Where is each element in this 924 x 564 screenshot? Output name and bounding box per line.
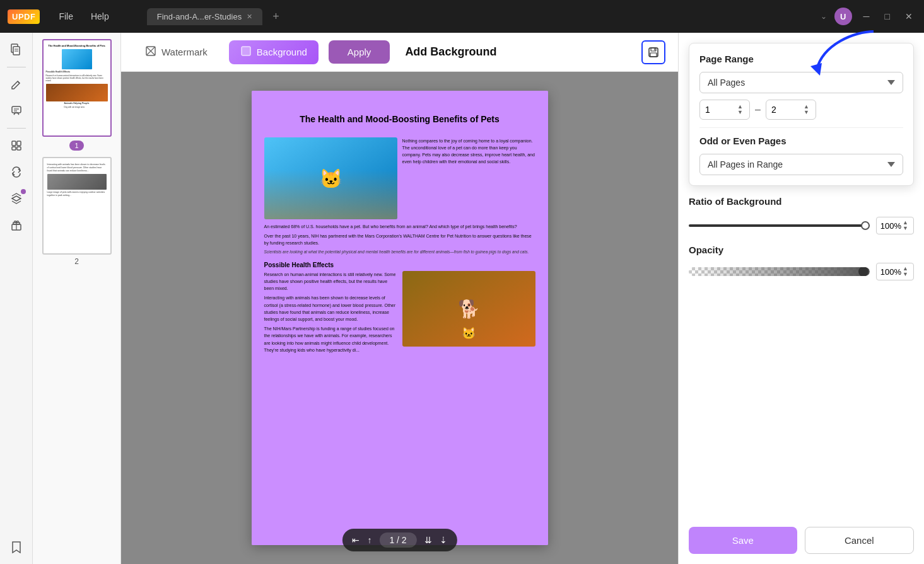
sidebar-divider-2 xyxy=(7,128,26,129)
chevron-down-icon[interactable]: ⌄ xyxy=(821,12,827,21)
minimize-icon[interactable]: ─ xyxy=(860,11,874,21)
ratio-slider-row: 100% ▲ ▼ xyxy=(689,217,914,234)
pdf-body-3: Over the past 10 years, NIH has partnere… xyxy=(264,233,535,246)
thumb-img-1: The Health and Mood-Boosting Benefits of… xyxy=(42,39,112,137)
opacity-slider-row: 100% ▲ ▼ xyxy=(689,263,914,280)
page-range-select[interactable]: All PagesCustom RangeCurrent Page xyxy=(699,72,903,93)
sidebar-icon-convert[interactable] xyxy=(4,160,28,184)
sidebar-icon-edit[interactable] xyxy=(4,72,28,96)
odd-even-title: Odd or Even Pages xyxy=(699,135,903,146)
pdf-body-2: An estimated 68% of U.S. households have… xyxy=(264,223,535,230)
right-panel: Page Range All PagesCustom RangeCurrent … xyxy=(678,33,924,564)
sidebar-icon-bookmark[interactable] xyxy=(4,535,28,559)
svg-rect-17 xyxy=(242,47,250,55)
avatar[interactable]: U xyxy=(834,8,852,25)
sidebar-divider-1 xyxy=(7,67,26,67)
thumb-img-2: Interacting with animals has been shown … xyxy=(42,157,112,255)
titlebar: UPDF File Help Find-and-A...er-Studies ✕… xyxy=(0,0,924,33)
cancel-button[interactable]: Cancel xyxy=(805,527,915,554)
pdf-health-1: Research on human-animal interactions is… xyxy=(264,271,397,292)
range-separator: – xyxy=(755,104,761,115)
save-button[interactable]: Save xyxy=(689,527,797,554)
maximize-icon[interactable]: □ xyxy=(881,11,894,21)
notification-badge xyxy=(21,189,26,194)
opacity-down[interactable]: ▼ xyxy=(901,272,909,277)
sidebar-icon-organize[interactable] xyxy=(4,134,28,158)
ratio-title: Ratio of Background xyxy=(689,196,914,207)
page-from-input[interactable]: 1 ▲ ▼ xyxy=(699,100,750,120)
opacity-fill xyxy=(689,267,870,276)
odd-even-select[interactable]: All Pages in RangeOdd Pages OnlyEven Pag… xyxy=(699,154,903,175)
thumb-num-2: 2 xyxy=(74,257,79,266)
opacity-value[interactable]: 100% ▲ ▼ xyxy=(876,263,914,280)
sidebar-icon-pages[interactable] xyxy=(4,38,28,62)
page-from-down[interactable]: ▼ xyxy=(736,110,744,115)
page-to-input[interactable]: 2 ▲ ▼ xyxy=(766,100,816,120)
svg-rect-8 xyxy=(17,141,21,146)
watermark-label: Watermark xyxy=(161,47,208,57)
sidebar-icon-annotate[interactable] xyxy=(4,99,28,123)
main-area: The Health and Mood-Boosting Benefits of… xyxy=(0,33,924,564)
pdf-page-area[interactable]: The Health and Mood-Boosting Benefits of… xyxy=(121,72,678,564)
pdf-page: The Health and Mood-Boosting Benefits of… xyxy=(252,91,548,545)
background-tab-icon xyxy=(240,45,252,59)
opacity-value-text: 100% xyxy=(880,267,901,277)
last-page-btn[interactable]: ⇣ xyxy=(440,535,447,545)
menu-help[interactable]: Help xyxy=(85,9,115,24)
svg-rect-4 xyxy=(12,106,21,113)
menu-bar: File Help xyxy=(52,9,115,24)
pdf-viewer: Watermark Background Apply Add Backgroun… xyxy=(121,33,678,564)
left-sidebar xyxy=(0,33,33,564)
background-label: Background xyxy=(257,47,307,57)
svg-rect-7 xyxy=(12,141,16,146)
page-to-down[interactable]: ▼ xyxy=(802,110,810,115)
ratio-section: Ratio of Background 100% ▲ ▼ Opacity xyxy=(679,196,924,296)
watermark-tab[interactable]: Watermark xyxy=(134,40,219,64)
ratio-down[interactable]: ▼ xyxy=(901,226,909,231)
menu-file[interactable]: File xyxy=(52,9,79,24)
pdf-body-1: Nothing compares to the joy of coming ho… xyxy=(402,137,535,166)
svg-rect-10 xyxy=(17,147,21,150)
tab-title: Find-and-A...er-Studies xyxy=(157,12,242,21)
page-range-panel: Page Range All PagesCustom RangeCurrent … xyxy=(689,43,914,186)
app-logo[interactable]: UPDF xyxy=(8,9,40,24)
thumbnail-page-2[interactable]: Interacting with animals has been shown … xyxy=(38,157,115,266)
page-indicator: 1 / 2 xyxy=(379,532,416,548)
new-tab-icon[interactable]: + xyxy=(267,10,284,23)
window-controls: ⌄ U ─ □ ✕ xyxy=(821,8,916,25)
thumbnail-panel: The Health and Mood-Boosting Benefits of… xyxy=(33,33,121,564)
bottom-buttons: Save Cancel xyxy=(679,517,924,564)
svg-rect-9 xyxy=(12,147,16,150)
sidebar-icon-layers[interactable] xyxy=(4,187,28,210)
document-tab[interactable]: Find-and-A...er-Studies ✕ xyxy=(147,8,262,25)
apply-button[interactable]: Apply xyxy=(329,40,390,64)
save-icon-button[interactable] xyxy=(641,40,665,64)
top-toolbar: Watermark Background Apply Add Backgroun… xyxy=(121,33,678,72)
sidebar-icon-gift[interactable] xyxy=(4,213,28,237)
ratio-slider-thumb[interactable] xyxy=(861,221,870,230)
next-page-btn[interactable]: ⇊ xyxy=(424,535,432,545)
thumbnail-page-1[interactable]: The Health and Mood-Boosting Benefits of… xyxy=(38,39,115,151)
pdf-caption: Scientists are looking at what the poten… xyxy=(264,249,535,255)
opacity-slider-thumb[interactable] xyxy=(858,267,868,276)
tab-close-icon[interactable]: ✕ xyxy=(247,13,252,21)
ratio-value[interactable]: 100% ▲ ▼ xyxy=(876,217,914,234)
ratio-slider-fill xyxy=(689,224,870,227)
ratio-value-text: 100% xyxy=(880,221,901,231)
tab-area: Find-and-A...er-Studies ✕ + xyxy=(147,8,808,25)
pdf-section-health: Possible Health Effects xyxy=(264,262,535,268)
page-range-title: Page Range xyxy=(699,54,903,64)
pdf-title: The Health and Mood-Boosting Benefits of… xyxy=(264,101,535,132)
first-page-btn[interactable]: ⇤ xyxy=(352,535,360,545)
page-navigation: ⇤ ↑ 1 / 2 ⇊ ⇣ xyxy=(342,529,457,551)
watermark-icon xyxy=(145,45,156,59)
prev-page-btn[interactable]: ↑ xyxy=(367,535,371,545)
opacity-title: Opacity xyxy=(689,245,914,255)
opacity-slider-track[interactable] xyxy=(689,267,870,276)
pdf-health-3: The NIH/Mars Partnership is funding a ra… xyxy=(264,325,397,354)
page-badge-1: 1 xyxy=(69,141,83,151)
add-background-label: Add Background xyxy=(405,45,496,59)
background-tab[interactable]: Background xyxy=(229,40,319,64)
ratio-slider-track[interactable] xyxy=(689,224,870,227)
close-icon[interactable]: ✕ xyxy=(901,11,916,21)
